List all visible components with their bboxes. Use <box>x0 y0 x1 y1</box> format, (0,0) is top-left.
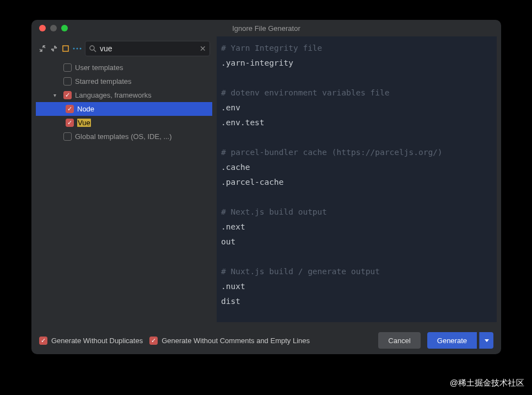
checkbox-icon[interactable] <box>63 91 72 99</box>
left-panel: ✕ User templatesStarred templates▾Langua… <box>36 36 212 322</box>
generate-button[interactable]: Generate <box>427 332 477 349</box>
preview-line: .env.test <box>221 115 492 130</box>
generate-dropdown-button[interactable] <box>479 332 493 349</box>
preview-line <box>221 190 492 205</box>
preview-line <box>221 130 492 145</box>
checkbox-icon[interactable] <box>39 337 47 345</box>
svg-rect-0 <box>63 46 68 51</box>
star-icon[interactable] <box>61 42 69 55</box>
toolbar: ✕ <box>36 36 212 61</box>
preview-line: .cache <box>221 160 492 175</box>
preview-line: # Next.js build output <box>221 205 492 220</box>
tree-item-label: Vue <box>77 119 91 127</box>
checkbox-icon[interactable] <box>63 132 72 141</box>
option-label: Generate Without Duplicates <box>51 337 143 345</box>
tree-item-label: Node <box>77 105 94 113</box>
option-label: Generate Without Comments and Empty Line… <box>162 337 310 345</box>
preview-line: .yarn-integrity <box>221 56 492 71</box>
preview-line: .env <box>221 100 492 115</box>
svg-point-1 <box>73 48 75 50</box>
search-box[interactable]: ✕ <box>85 41 210 56</box>
clear-search-icon[interactable]: ✕ <box>200 44 206 53</box>
watermark: @稀土掘金技术社区 <box>450 378 524 388</box>
minimize-icon[interactable] <box>50 25 57 31</box>
tree-item[interactable]: Vue <box>36 116 212 130</box>
chevron-down-icon <box>485 339 489 342</box>
tree-item[interactable]: Starred templates <box>36 74 212 88</box>
preview-line: # Nuxt.js build / generate output <box>221 264 492 279</box>
svg-point-4 <box>90 46 94 50</box>
checkbox-icon[interactable] <box>63 63 72 72</box>
template-tree[interactable]: User templatesStarred templates▾Language… <box>36 61 212 322</box>
tree-item-label: Languages, frameworks <box>75 91 152 99</box>
preview-line: .parcel-cache <box>221 175 492 190</box>
preview-line <box>221 71 492 86</box>
window-title: Ignore File Generator <box>31 24 501 33</box>
close-icon[interactable] <box>39 25 46 31</box>
more-icon[interactable] <box>73 42 82 55</box>
cancel-button[interactable]: Cancel <box>378 332 420 349</box>
preview-line: dist <box>221 294 492 309</box>
checkbox-icon[interactable] <box>63 77 72 86</box>
checkbox-icon[interactable] <box>66 105 74 113</box>
preview-line: # parcel-bundler cache (https://parceljs… <box>221 145 492 160</box>
option-comments[interactable]: Generate Without Comments and Empty Line… <box>149 337 310 345</box>
tree-item-label: Starred templates <box>75 77 132 86</box>
preview-line: .next <box>221 220 492 234</box>
expand-all-icon[interactable] <box>38 42 46 55</box>
svg-line-5 <box>94 50 96 52</box>
preview-line: out <box>221 234 492 249</box>
checkbox-icon[interactable] <box>149 337 158 345</box>
checkbox-icon[interactable] <box>66 119 74 127</box>
traffic-lights <box>31 25 68 31</box>
search-icon <box>89 45 96 52</box>
preview-line: # dotenv environment variables file <box>221 86 492 100</box>
option-duplicates[interactable]: Generate Without Duplicates <box>39 337 143 345</box>
collapse-all-icon[interactable] <box>50 42 58 55</box>
dialog-body: ✕ User templatesStarred templates▾Langua… <box>31 36 501 327</box>
preview-line: # Yarn Integrity file <box>221 41 492 56</box>
preview-pane: # Yarn Integrity file.yarn-integrity # d… <box>217 36 497 322</box>
svg-point-3 <box>80 48 82 50</box>
tree-item[interactable]: User templates <box>36 61 212 74</box>
tree-item[interactable]: ▾Languages, frameworks <box>36 88 212 102</box>
svg-point-2 <box>77 48 78 50</box>
tree-item[interactable]: Node <box>36 102 212 116</box>
preview-line <box>221 249 492 264</box>
titlebar: Ignore File Generator <box>31 20 501 36</box>
chevron-down-icon[interactable]: ▾ <box>53 92 60 98</box>
tree-item-label: Global templates (OS, IDE, ...) <box>75 132 172 141</box>
preview-line: .nuxt <box>221 279 492 294</box>
dialog-window: Ignore File Generator ✕ <box>31 20 501 354</box>
tree-item[interactable]: Global templates (OS, IDE, ...) <box>36 130 212 143</box>
tree-item-label: User templates <box>75 63 123 72</box>
footer: Generate Without Duplicates Generate Wit… <box>31 327 501 354</box>
search-input[interactable] <box>100 44 196 53</box>
maximize-icon[interactable] <box>61 25 68 31</box>
